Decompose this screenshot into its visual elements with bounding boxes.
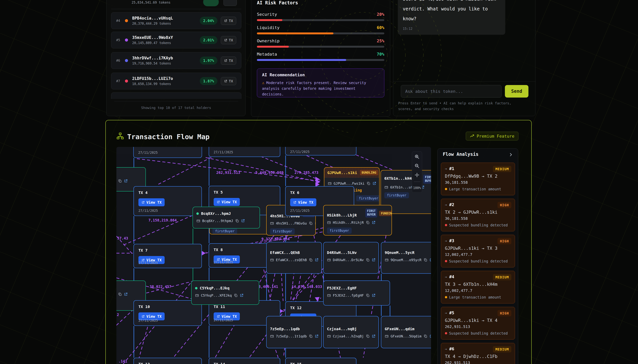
wallet-node-czjxa4[interactable]: Czjxa4...nqBj Czjxa4...hZnqBj xyxy=(323,316,379,348)
external-link-icon[interactable] xyxy=(372,258,376,262)
wallet-address: Bcq8Xr...9thpmJ xyxy=(202,219,233,223)
holder-tx-button[interactable] xyxy=(224,0,237,6)
external-link-icon[interactable] xyxy=(315,334,319,338)
flow-analysis-title: Flow Analysis xyxy=(443,152,478,157)
external-link-icon[interactable] xyxy=(429,258,431,262)
zoom-out-icon[interactable] xyxy=(414,164,419,168)
green-dot xyxy=(195,287,198,290)
view-tx-button[interactable]: View TX xyxy=(138,198,165,206)
copy-icon[interactable] xyxy=(423,258,427,262)
wallet-header: 6XTb1n...kH4m xyxy=(384,176,414,181)
risk-title: AI Risk Factors xyxy=(257,0,298,6)
wallet-address: F5JEXZ...fpEgHF xyxy=(333,294,364,298)
copy-icon[interactable] xyxy=(309,334,313,338)
holder-tx-button[interactable]: TX xyxy=(221,56,236,65)
flow-analysis-item[interactable]: → #4 MEDIUM TX 3 → 6XTb1n...kH4m 12,002,… xyxy=(441,271,515,304)
wallet-node-hsik8h[interactable]: HSik8h...LhjR FIRSTBUYER FUNDING HSik8h.… xyxy=(323,205,392,236)
item-reason: Suspected bundling detected xyxy=(449,259,508,263)
holder-row-partial-bottom[interactable]: FyHM0mFb...kek0bb xyxy=(111,92,241,99)
arrow-icon: → xyxy=(445,347,447,351)
external-link-icon[interactable] xyxy=(372,220,376,224)
tx-box-partial[interactable]: 27/11/2025 xyxy=(209,147,280,157)
wallet-node-c5ykqp[interactable]: C5YkqP...EJkq C5YkqP...XFEJkq xyxy=(191,280,259,305)
copy-icon[interactable] xyxy=(118,292,122,296)
reason-dot xyxy=(445,296,447,298)
flow-analysis-item[interactable]: → #1 MEDIUM DfPdgq...Ww9B → TX 2 36,181.… xyxy=(441,163,515,195)
item-flow: GJPUwR...s1ki → TX 4 xyxy=(445,318,511,323)
holder-tx-button[interactable]: TX xyxy=(221,17,236,25)
copy-icon[interactable] xyxy=(234,294,238,298)
external-link-icon[interactable] xyxy=(372,182,376,186)
tx-box-13[interactable]: TX 13 xyxy=(134,358,202,364)
wallet-header: C5YkqP...EJkq xyxy=(200,286,230,290)
copy-icon[interactable] xyxy=(366,182,370,186)
external-link-icon[interactable] xyxy=(315,258,319,262)
arrow-icon: → xyxy=(445,311,447,315)
copy-icon[interactable] xyxy=(309,258,313,262)
copy-icon[interactable] xyxy=(118,179,122,183)
wallet-node-9qnuem[interactable]: 9QnueM...5ycR 9QnueM...o95ycR xyxy=(381,242,431,274)
zoom-in-icon[interactable] xyxy=(414,154,419,159)
tx-label: TX 11 xyxy=(214,304,275,309)
flow-analysis-item[interactable]: → #5 HIGH GJPUwR...s1ki → TX 4 262,931.5… xyxy=(441,307,515,340)
external-link-icon[interactable] xyxy=(315,221,316,225)
wallet-icon xyxy=(327,220,331,224)
view-tx-button[interactable]: View TX xyxy=(290,198,316,206)
wallet-icon xyxy=(327,258,331,262)
external-link-icon[interactable] xyxy=(240,294,244,298)
copy-icon[interactable] xyxy=(423,334,427,338)
holder-percent-badge: 1.97% xyxy=(200,56,217,64)
tx-box-15[interactable]: TX 15 xyxy=(285,358,356,364)
copy-icon[interactable] xyxy=(366,220,370,224)
wallet-node-efawcx[interactable]: EfaWCX...QEhB EfaWCX...zsQEhB xyxy=(266,242,322,274)
wallet-address: C5YkqP...XFEJkq xyxy=(201,294,232,298)
holder-row[interactable]: #5 35mxeEUE...9Wo8xY 20,145,889.47 token… xyxy=(111,32,241,48)
holder-tx-button[interactable]: TX xyxy=(221,36,236,44)
first-buyer-chip: firstBuyer xyxy=(384,192,409,198)
send-button[interactable]: Send xyxy=(505,85,528,98)
tx-label: TX 12 xyxy=(290,306,351,310)
external-link-icon[interactable] xyxy=(124,179,128,183)
risk-factor-metadata: Metadata70% xyxy=(257,52,384,56)
flow-analysis-item[interactable]: → #3 HIGH GJPUwR...s1ki → TX 3 12,002,47… xyxy=(441,235,515,268)
wallet-node-d4rxwh[interactable]: D4RXwH...5LNv D4RXwH...Dr5LNv xyxy=(323,242,379,274)
tx-box-partial[interactable]: 27/11/2025 xyxy=(285,147,356,156)
view-tx-button[interactable]: View TX xyxy=(214,198,240,206)
wallet-node-f5jexz[interactable]: F5JEXZ...EgHF F5JEXZ...fpEgHF xyxy=(323,280,390,306)
flow-canvas[interactable]: 262,931.513 5,449,950.509 279,285.473 7,… xyxy=(116,147,431,364)
chevron-right-icon[interactable] xyxy=(508,152,513,157)
flow-analysis-item[interactable]: → #2 HIGH TX 2 → GJPUwR...s1ki 36,181.55… xyxy=(441,199,515,231)
chat-input[interactable] xyxy=(401,85,501,98)
arrow-icon: → xyxy=(445,167,447,170)
tx-box-4[interactable]: TX 4 View TX 27/11/2025 xyxy=(134,186,202,216)
holder-tx-button[interactable]: TX xyxy=(221,77,236,85)
external-link-icon[interactable] xyxy=(372,294,376,298)
external-link-icon[interactable] xyxy=(124,292,128,296)
flow-analysis-item[interactable]: → #6 MEDIUM TX 4 → DjwhDz...C1Fb 262,931… xyxy=(441,343,515,364)
holder-row[interactable]: #4 BPB4ocia...vUHsqL 20,370,444.29 token… xyxy=(111,12,241,29)
holder-row[interactable]: #6 3hhrDVwf...i7KAyb 19,716,969.54 token… xyxy=(111,52,241,69)
wallet-icon xyxy=(270,221,274,225)
wallet-node-gfxeun[interactable]: GFxeUN...qdim GFxeUN...5Uqdim xyxy=(381,316,431,348)
copy-icon[interactable] xyxy=(235,219,239,223)
external-link-icon[interactable] xyxy=(372,334,376,338)
wallet-address: Czjxa4...hZnqBj xyxy=(333,334,364,338)
tx-box-14[interactable]: TX 14 xyxy=(209,358,280,364)
wallet-header: Bcq8Xr...hpmJ xyxy=(201,211,231,216)
external-link-icon[interactable] xyxy=(241,219,245,223)
wallet-node-bcq8xr[interactable]: Bcq8Xr...hpmJ Bcq8Xr...9thpmJ xyxy=(193,207,260,228)
tx-box-7[interactable]: TX 7 View TX 27/11/2025 xyxy=(134,244,202,268)
copy-icon[interactable] xyxy=(309,221,313,225)
tx-box-10[interactable]: TX 10 View TX 27/11/2025 xyxy=(134,300,202,326)
tx-label: TX 10 xyxy=(138,304,197,309)
holder-row[interactable]: #7 2LDFU15b...LUZi7o 18,658,134.99 token… xyxy=(111,73,241,90)
copy-icon[interactable] xyxy=(366,258,370,262)
external-link-icon[interactable] xyxy=(429,334,431,338)
tx-box-partial[interactable]: 27/11/2025 xyxy=(133,147,202,158)
wallet-node-7z5eep[interactable]: 7z5eEp...1qdb 7z5eEp...1t1qdb xyxy=(266,316,322,348)
pan-icon[interactable] xyxy=(414,172,419,178)
copy-icon[interactable] xyxy=(366,334,370,338)
chat-hint-line2: scores, and security checks xyxy=(398,107,454,111)
reason-dot xyxy=(445,260,447,262)
copy-icon[interactable] xyxy=(366,294,370,298)
